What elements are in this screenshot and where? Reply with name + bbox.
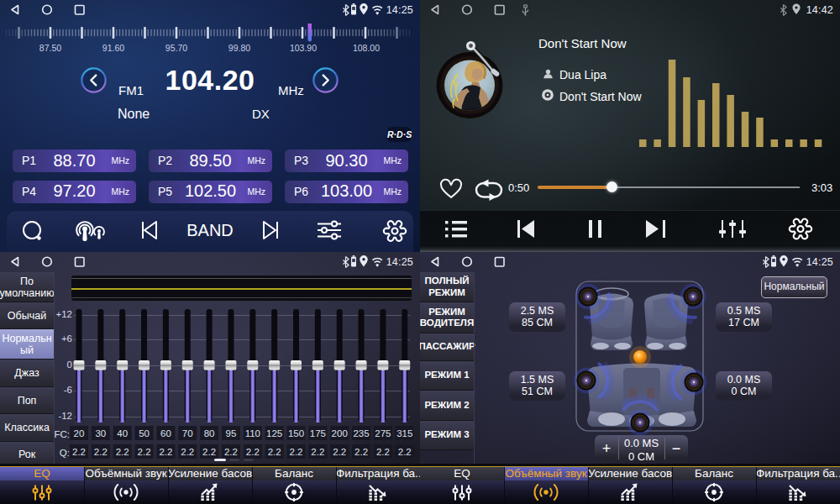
svg-text:150: 150 [288, 428, 304, 438]
svg-text:60: 60 [160, 428, 171, 438]
svg-text:30: 30 [95, 428, 106, 438]
svg-text:2.2: 2.2 [246, 447, 260, 457]
svg-text:200: 200 [332, 428, 348, 438]
svg-text:125: 125 [266, 428, 282, 438]
svg-text:2.2: 2.2 [159, 447, 172, 457]
svg-text:2.2: 2.2 [398, 447, 412, 457]
svg-text:2.2: 2.2 [116, 447, 129, 457]
svg-text:Q:: Q: [60, 448, 70, 458]
svg-text:2.2: 2.2 [72, 447, 86, 457]
svg-text:40: 40 [117, 428, 128, 438]
svg-text:315: 315 [396, 428, 412, 438]
svg-text:2.2: 2.2 [290, 447, 303, 457]
svg-text:2.2: 2.2 [138, 447, 151, 457]
svg-text:2.2: 2.2 [202, 447, 216, 457]
svg-text:235: 235 [353, 428, 369, 438]
svg-text:2.2: 2.2 [354, 447, 368, 457]
svg-text:BAND: BAND [186, 221, 234, 239]
svg-text:80: 80 [204, 428, 215, 438]
svg-text:50: 50 [139, 428, 150, 438]
svg-text:2.2: 2.2 [376, 447, 390, 457]
svg-text:275: 275 [375, 428, 391, 438]
svg-text:FC:: FC: [54, 429, 70, 439]
svg-text:2.2: 2.2 [94, 447, 108, 457]
svg-text:2.2: 2.2 [311, 447, 324, 457]
svg-text:2.2: 2.2 [224, 447, 238, 457]
svg-text:110: 110 [245, 428, 260, 438]
svg-text:175: 175 [310, 428, 326, 438]
svg-text:70: 70 [182, 428, 193, 438]
svg-text:20: 20 [74, 428, 85, 438]
svg-text:2.2: 2.2 [333, 447, 346, 457]
svg-text:95: 95 [226, 428, 237, 438]
svg-text:2.2: 2.2 [268, 447, 281, 457]
svg-text:2.2: 2.2 [181, 447, 194, 457]
